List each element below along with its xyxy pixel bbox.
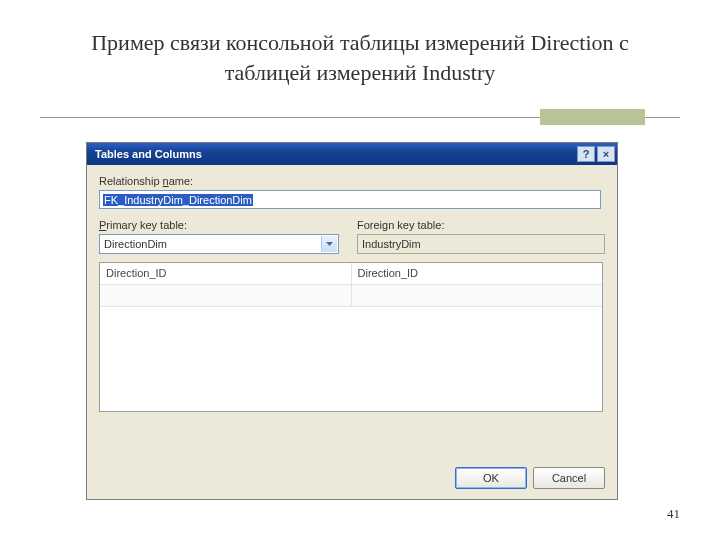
close-button[interactable]: ×: [597, 146, 615, 162]
dialog-buttons: OK Cancel: [455, 467, 605, 489]
tables-and-columns-dialog: Tables and Columns ? × Relationship name…: [86, 142, 618, 500]
help-button[interactable]: ?: [577, 146, 595, 162]
foreign-key-value: IndustryDim: [362, 238, 421, 250]
grid-row[interactable]: [100, 285, 602, 307]
grid-cell-fk[interactable]: Direction_ID: [352, 263, 603, 284]
relationship-name-input[interactable]: FK_IndustryDim_DirectionDim: [99, 190, 601, 209]
grid-row[interactable]: Direction_ID Direction_ID: [100, 263, 602, 285]
columns-grid[interactable]: Direction_ID Direction_ID: [99, 262, 603, 412]
foreign-key-col: Foreign key table: IndustryDim: [357, 219, 605, 254]
ok-button[interactable]: OK: [455, 467, 527, 489]
dialog-titlebar[interactable]: Tables and Columns ? ×: [87, 143, 617, 165]
grid-cell-fk[interactable]: [352, 285, 603, 306]
relationship-name-label: Relationship name:: [99, 175, 605, 187]
key-tables-row: Primary key table: DirectionDim Foreign …: [99, 219, 605, 254]
primary-key-col: Primary key table: DirectionDim: [99, 219, 343, 254]
relationship-name-row: Relationship name: FK_IndustryDim_Direct…: [99, 175, 605, 209]
foreign-key-field: IndustryDim: [357, 234, 605, 254]
relationship-name-value: FK_IndustryDim_DirectionDim: [103, 194, 253, 206]
accent-row: [0, 109, 720, 129]
grid-cell-pk[interactable]: [100, 285, 352, 306]
dialog-title: Tables and Columns: [95, 148, 202, 160]
primary-key-label: Primary key table:: [99, 219, 343, 231]
accent-block: [540, 109, 645, 125]
cancel-button[interactable]: Cancel: [533, 467, 605, 489]
primary-key-value: DirectionDim: [104, 238, 167, 250]
primary-key-select[interactable]: DirectionDim: [99, 234, 339, 254]
dropdown-arrow-icon[interactable]: [321, 236, 337, 252]
dialog-body: Relationship name: FK_IndustryDim_Direct…: [87, 165, 617, 412]
slide-title: Пример связи консольной таблицы измерени…: [0, 0, 720, 87]
foreign-key-label: Foreign key table:: [357, 219, 605, 231]
grid-cell-pk[interactable]: Direction_ID: [100, 263, 352, 284]
page-number: 41: [667, 506, 680, 522]
